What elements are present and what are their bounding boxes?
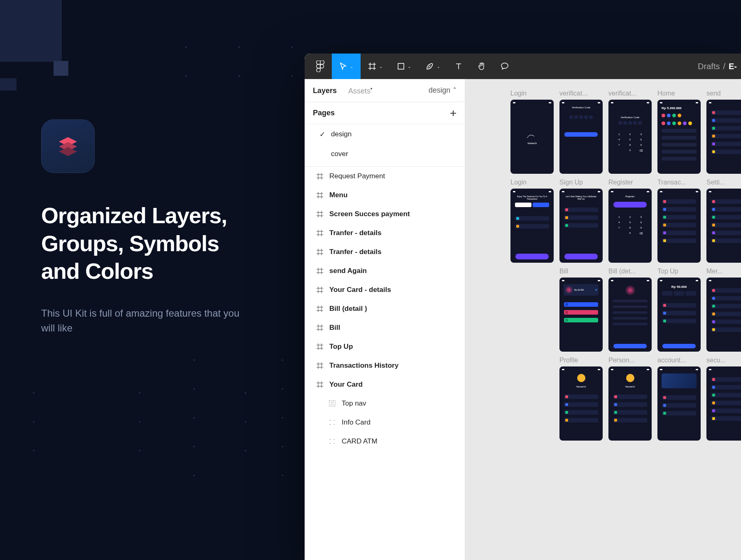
layer-item[interactable]: CARD ATM (305, 432, 465, 451)
canvas-frame[interactable]: LoginWalletIN (510, 90, 554, 174)
breadcrumb[interactable]: Drafts / E- (698, 62, 737, 71)
canvas-frame[interactable]: Bill (det... (608, 268, 652, 352)
phone-mockup[interactable]: Verification Code1234567890⌫ (608, 100, 652, 174)
rectangle-icon (397, 62, 405, 70)
phone-mockup[interactable] (706, 100, 741, 174)
phone-mockup[interactable]: WalletIN (510, 100, 554, 174)
promo-subtext: This UI Kit is full of amazing features … (41, 306, 247, 336)
layer-item[interactable]: Screen Succes payment (305, 205, 465, 224)
layer-item-label: Bill (detail ) (329, 305, 367, 313)
chevron-down-icon: ⌄ (408, 64, 411, 69)
svg-point-11 (334, 443, 335, 444)
left-panel: Layers Assets• design ˄ Pages + ✓ design… (305, 79, 465, 560)
page-item-design[interactable]: ✓ design (305, 124, 465, 144)
pages-header: Pages + (305, 102, 465, 124)
phone-mockup[interactable] (608, 278, 652, 352)
phone-mockup[interactable]: Rp 5.200.000 (657, 100, 701, 174)
tab-layers[interactable]: Layers (313, 86, 337, 95)
shape-tool-button[interactable]: ⌄ (389, 54, 418, 79)
add-page-button[interactable]: + (450, 107, 457, 120)
move-tool-button[interactable]: ⌄ (332, 54, 361, 79)
text-tool-button[interactable] (447, 54, 470, 79)
page-selector[interactable]: design ˄ (429, 86, 457, 95)
canvas-frame[interactable]: Setti... (706, 179, 741, 263)
frame-tool-button[interactable]: ⌄ (361, 54, 389, 79)
phone-mockup[interactable] (657, 366, 701, 441)
layer-item[interactable]: Tranfer - details (305, 224, 465, 243)
layer-item-label: Menu (329, 191, 347, 199)
phone-mockup[interactable]: Let's Start Making Your LifeEasier With … (559, 189, 603, 263)
layer-item[interactable]: Menu (305, 186, 465, 205)
phone-mockup[interactable]: Enjoy The Features For You To A Transact… (510, 189, 554, 263)
canvas-frame[interactable]: Person...NextarUI (608, 357, 652, 441)
page-item-label: design (331, 130, 352, 138)
layer-item[interactable]: Your Card - details (305, 280, 465, 299)
phone-mockup[interactable] (657, 189, 701, 263)
canvas-grid: LoginWalletINverificat...Verification Co… (510, 90, 741, 441)
layer-item-label: Info Card (342, 418, 370, 427)
phone-mockup[interactable]: Rp 30.000P (559, 278, 603, 352)
canvas-frame[interactable]: secu... (706, 357, 741, 441)
layer-item[interactable]: send Again (305, 261, 465, 280)
hand-tool-button[interactable] (470, 54, 493, 79)
layer-item-label: Request Payment (329, 172, 385, 180)
layer-item[interactable]: Request Payment (305, 167, 465, 186)
canvas[interactable]: LoginWalletINverificat...Verification Co… (465, 79, 741, 560)
tab-assets[interactable]: Assets• (348, 85, 372, 96)
pen-tool-button[interactable]: ⌄ (418, 54, 447, 79)
svg-point-5 (334, 420, 335, 421)
layer-item[interactable]: Your Card (305, 375, 465, 394)
phone-mockup[interactable] (706, 278, 741, 352)
layer-item-label: Tranfer - details (329, 248, 382, 256)
frame-icon (368, 62, 377, 71)
layer-item[interactable]: Top nav (305, 394, 465, 413)
phone-mockup[interactable]: NextarUI (559, 366, 603, 441)
canvas-frame[interactable]: Mer... (706, 268, 741, 352)
pen-icon (425, 62, 434, 71)
page-item-label: cover (331, 150, 348, 158)
canvas-frame[interactable]: RegisterRegister1234567890⌫ (608, 179, 652, 263)
phone-mockup[interactable]: NextarUI (608, 366, 652, 441)
layer-item[interactable]: Tranfer - details (305, 243, 465, 261)
panel-tabs: Layers Assets• design ˄ (305, 79, 465, 102)
phone-mockup[interactable] (706, 189, 741, 263)
canvas-frame[interactable]: LoginEnjoy The Features For You To A Tra… (510, 179, 554, 263)
figma-menu-button[interactable] (309, 54, 332, 79)
canvas-frame[interactable]: BillRp 30.000P (559, 268, 603, 352)
phone-mockup[interactable]: Rp 50.000 (657, 278, 701, 352)
layer-item-label: Transactions History (329, 362, 398, 370)
page-item-cover[interactable]: cover (305, 144, 465, 164)
breadcrumb-parent[interactable]: Drafts (698, 62, 720, 71)
canvas-frame[interactable]: account... (657, 357, 701, 441)
deco-dots: • • • • • • (185, 33, 310, 91)
phone-mockup[interactable]: Verification Code (559, 100, 603, 174)
layer-item[interactable]: Transactions History (305, 356, 465, 375)
svg-rect-1 (398, 63, 404, 69)
canvas-frame[interactable]: verificat...Verification Code1234567890⌫ (608, 90, 652, 174)
chevron-down-icon: ⌄ (437, 64, 440, 69)
frame-label: Home (657, 90, 701, 97)
canvas-frame[interactable]: ProfileNextarUI (559, 357, 603, 441)
figma-window: ⌄ ⌄ ⌄ ⌄ Drafts / E- L (305, 54, 741, 560)
deco-square (54, 61, 68, 76)
chevron-up-icon: ˄ (453, 86, 457, 95)
canvas-frame[interactable]: send (706, 90, 741, 174)
layer-item-label: Top nav (342, 399, 366, 408)
layer-item-label: Screen Succes payment (329, 210, 410, 218)
canvas-frame[interactable]: verificat...Verification Code (559, 90, 603, 174)
comment-tool-button[interactable] (493, 54, 516, 79)
breadcrumb-current[interactable]: E- (729, 62, 737, 71)
phone-mockup[interactable] (706, 366, 741, 441)
layer-item-label: Your Card - details (329, 286, 391, 294)
canvas-frame[interactable]: Top UpRp 50.000 (657, 268, 701, 352)
phone-mockup[interactable]: Register1234567890⌫ (608, 189, 652, 263)
layer-item[interactable]: Info Card (305, 413, 465, 432)
svg-point-0 (320, 65, 324, 68)
frame-label: account... (657, 357, 701, 364)
layer-item[interactable]: Bill (305, 318, 465, 337)
layer-item[interactable]: Bill (detail ) (305, 299, 465, 318)
canvas-frame[interactable]: Sign UpLet's Start Making Your LifeEasie… (559, 179, 603, 263)
canvas-frame[interactable]: Transac... (657, 179, 701, 263)
layer-item[interactable]: Top Up (305, 337, 465, 356)
canvas-frame[interactable]: HomeRp 5.200.000 (657, 90, 701, 174)
